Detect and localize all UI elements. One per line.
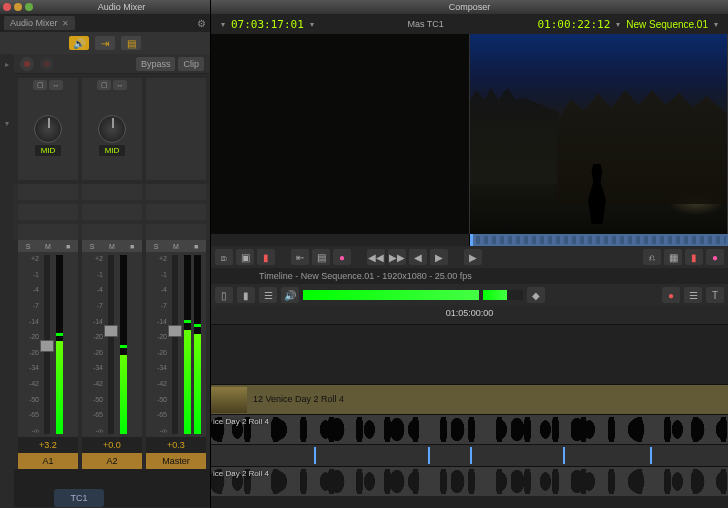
play-button[interactable]: ▶ — [464, 249, 482, 265]
close-window-button[interactable] — [3, 3, 11, 11]
record-arm-button[interactable] — [40, 57, 54, 71]
solo-button[interactable]: S — [82, 240, 102, 252]
window-titlebar: Audio Mixer — [0, 0, 210, 14]
db-scale: +2-1-4-7-14-20-26-34-42-50-65-∞ — [149, 255, 169, 434]
fast-forward-button[interactable]: ▶▶ — [388, 249, 406, 265]
timeline-ruler[interactable]: 01:05:00:00 — [211, 306, 728, 324]
fader-track[interactable] — [44, 255, 50, 434]
link-selection-button[interactable]: ☰ — [259, 287, 277, 303]
pan-knob[interactable] — [98, 115, 126, 143]
viewer-monitors — [211, 34, 728, 234]
channel-name[interactable]: Master — [146, 453, 206, 469]
step-back-button[interactable]: ◀ — [409, 249, 427, 265]
record-button[interactable]: ● — [662, 287, 680, 303]
text-tool-button[interactable]: T — [706, 287, 724, 303]
panel-settings-icon[interactable]: ⚙ — [197, 18, 206, 29]
audio-aux-track[interactable] — [211, 444, 728, 466]
speaker-toggle-button[interactable]: 🔊 — [69, 36, 89, 50]
fader-master: S M ■ +2-1-4-7-14-20-26-34-42-50-65-∞ — [146, 240, 206, 469]
clear-marks-button[interactable]: ▤ — [312, 249, 330, 265]
sequence-name[interactable]: New Sequence.01 — [626, 19, 708, 30]
auto-button[interactable]: ■ — [58, 240, 78, 252]
auto-button[interactable]: ■ — [186, 240, 206, 252]
marker-button[interactable]: ● — [706, 249, 724, 265]
group-button[interactable]: ▢ — [97, 80, 111, 90]
solo-button[interactable]: S — [18, 240, 38, 252]
lift-button[interactable]: ▣ — [236, 249, 254, 265]
dropdown-icon[interactable]: ▾ — [310, 20, 314, 29]
sequence-dropdown-icon[interactable]: ▾ — [714, 20, 718, 29]
channel-name[interactable]: A1 — [18, 453, 78, 469]
bypass-button[interactable]: Bypass — [136, 57, 176, 71]
timeline-tracks: 12 Venice Day 2 Roll 4 ice Day 2 Roll 4 — [211, 324, 728, 508]
dropdown-icon[interactable]: ▾ — [616, 20, 620, 29]
bin-tab-tc1[interactable]: TC1 — [54, 489, 104, 507]
effect-button[interactable]: ▦ — [664, 249, 682, 265]
audio-mixer-panel: Audio Mixer Audio Mixer ✕ ⚙ 🔊 ⇥ ▤ ▸ ▾ — [0, 0, 211, 508]
extract-button[interactable]: ⎄ — [215, 249, 233, 265]
window-title: Audio Mixer — [36, 2, 207, 12]
auto-button[interactable]: ■ — [122, 240, 142, 252]
record-enable-button[interactable] — [20, 57, 34, 71]
fader-track[interactable] — [172, 255, 178, 434]
video-content — [557, 54, 727, 204]
group-button[interactable]: ▢ — [33, 80, 47, 90]
audio-track-a1[interactable]: ice Day 2 Roll 4 — [211, 414, 728, 444]
pan-readout: MID — [99, 145, 126, 156]
audio-scrub-button[interactable]: 🔊 — [281, 287, 299, 303]
solo-button[interactable]: S — [146, 240, 166, 252]
segment-mode-button[interactable]: ▯ — [215, 287, 233, 303]
record-monitor[interactable] — [470, 34, 729, 234]
meter-view-icon: ▤ — [127, 38, 136, 49]
position-bar[interactable] — [211, 234, 728, 246]
audio-waveform[interactable] — [211, 417, 728, 442]
channel-name[interactable]: A2 — [82, 453, 142, 469]
trim-button[interactable]: ⎌ — [643, 249, 661, 265]
link-button[interactable]: ↔ — [113, 80, 127, 90]
add-keyframe-button[interactable]: ◆ — [527, 287, 545, 303]
meter-view-button[interactable]: ▤ — [121, 36, 141, 50]
src-tc-dropdown-icon[interactable]: ▾ — [221, 20, 225, 29]
tab-audio-mixer[interactable]: Audio Mixer ✕ — [4, 16, 75, 30]
list-view-button[interactable]: ☰ — [684, 287, 702, 303]
maximize-window-button[interactable] — [25, 3, 33, 11]
pan-readout: MID — [35, 145, 62, 156]
audio-track-a2[interactable]: ice Day 2 Roll 4 — [211, 466, 728, 496]
mono-toggle-button[interactable]: ⇥ — [95, 36, 115, 50]
mute-button[interactable]: M — [166, 240, 186, 252]
track-spacer — [211, 324, 728, 384]
fader-a2: S M ■ +2-1-4-7-14-20-26-34-42-50-65-∞ — [82, 240, 142, 469]
master-tc-label[interactable]: Mas TC1 — [320, 19, 532, 29]
video-clip-thumbnail[interactable] — [211, 387, 247, 413]
fader-handle[interactable] — [104, 325, 118, 337]
step-forward-button[interactable]: ▶ — [430, 249, 448, 265]
segment-mode-button[interactable]: ▮ — [237, 287, 255, 303]
pan-knob[interactable] — [34, 115, 62, 143]
disclosure-icon[interactable]: ▸ — [5, 60, 9, 69]
channel-strip-a2: ▢ ↔ MID — [82, 78, 142, 180]
disclosure-icon[interactable]: ▾ — [5, 119, 9, 128]
add-locator-button[interactable]: ● — [333, 249, 351, 265]
quick-transition-button[interactable]: ▮ — [685, 249, 703, 265]
overwrite-button[interactable]: ▮ — [257, 249, 275, 265]
fader-handle[interactable] — [40, 340, 54, 352]
mute-button[interactable]: M — [102, 240, 122, 252]
db-readout: +0.3 — [146, 437, 206, 453]
minimize-window-button[interactable] — [14, 3, 22, 11]
audio-waveform[interactable] — [211, 469, 728, 494]
rewind-button[interactable]: ◀◀ — [367, 249, 385, 265]
fader-handle[interactable] — [168, 325, 182, 337]
clip-button[interactable]: Clip — [178, 57, 204, 71]
fader-track[interactable] — [108, 255, 114, 434]
link-button[interactable]: ↔ — [49, 80, 63, 90]
source-timecode[interactable]: 07:03:17:01 — [231, 18, 304, 31]
composer-timeline-panel: Composer ▾ 07:03:17:01 ▾ Mas TC1 01:00:2… — [211, 0, 728, 508]
video-clip-name: 12 Venice Day 2 Roll 4 — [253, 394, 344, 404]
timeline-info-header: Timeline - New Sequence.01 - 1920x1080 -… — [211, 268, 728, 284]
mark-in-button[interactable]: ⇤ — [291, 249, 309, 265]
mute-button[interactable]: M — [38, 240, 58, 252]
video-track-v1[interactable]: 12 Venice Day 2 Roll 4 — [211, 384, 728, 414]
close-tab-icon[interactable]: ✕ — [62, 19, 69, 28]
source-monitor[interactable] — [211, 34, 470, 234]
record-timecode[interactable]: 01:00:22:12 — [537, 18, 610, 31]
